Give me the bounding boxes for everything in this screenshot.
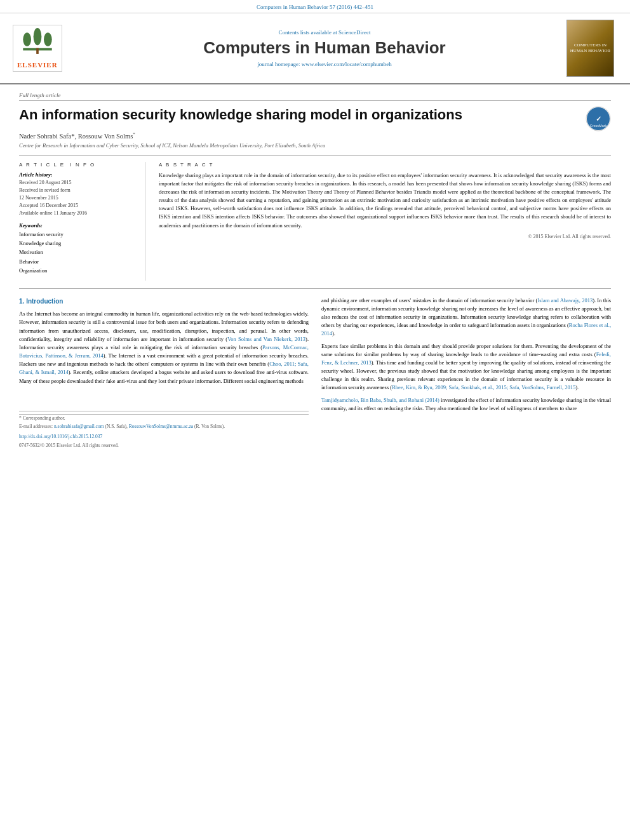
introduction-heading: 1. Introduction <box>19 297 309 307</box>
footnote-section: * Corresponding author. E-mail addresses… <box>19 414 309 450</box>
journal-citation-bar: Computers in Human Behavior 57 (2016) 44… <box>0 0 630 13</box>
issn-copyright: 0747-5632/© 2015 Elsevier Ltd. All right… <box>19 442 309 450</box>
corresponding-author: * Corresponding author. <box>19 415 309 422</box>
citation-text: Computers in Human Behavior 57 (2016) 44… <box>257 4 373 10</box>
svg-rect-4 <box>36 48 39 54</box>
intro-para-1: As the Internet has become an integral c… <box>19 310 309 385</box>
svg-point-3 <box>44 32 52 46</box>
journal-title-section: Contents lists available at ScienceDirec… <box>83 29 566 67</box>
article-history: Article history: Received 20 August 2015… <box>19 171 137 217</box>
keywords-label: Keywords: <box>19 222 137 229</box>
received-date: Received 20 August 2015 <box>19 179 137 187</box>
info-abstract-section: A R T I C L E I N F O Article history: R… <box>19 155 611 281</box>
ref-parsons[interactable]: Parsons, McCormac, Butavicius, Pattinson… <box>19 344 309 359</box>
right-para-3: Tamjidyamcholo, Bin Baba, Shuib, and Roh… <box>321 396 611 413</box>
article-title: An information security knowledge sharin… <box>19 106 462 124</box>
abstract-copyright: © 2015 Elsevier Ltd. All rights reserved… <box>159 234 611 239</box>
abstract-column: A B S T R A C T Knowledge sharing plays … <box>159 162 611 281</box>
title-row: An information security knowledge sharin… <box>19 106 611 131</box>
email-1-link[interactable]: n.sohrabisafa@gmail.com <box>54 423 104 429</box>
body-columns: 1. Introduction As the Internet has beco… <box>0 297 630 450</box>
email-line: E-mail addresses: n.sohrabisafa@gmail.co… <box>19 423 309 430</box>
ref-choo[interactable]: Choo, 2011; Safa, Ghani, & Ismail, 2014 <box>19 361 309 375</box>
elsevier-label: ELSEVIER <box>17 61 58 69</box>
ref-tamji[interactable]: Tamjidyamcholo, Bin Baba, Shuib, and Roh… <box>321 397 439 403</box>
body-left-column: 1. Introduction As the Internet has beco… <box>19 297 309 450</box>
article-info-column: A R T I C L E I N F O Article history: R… <box>19 162 146 281</box>
section-divider <box>19 288 611 289</box>
right-para-2: Experts face similar problems in this do… <box>321 342 611 392</box>
footnote-area: * Corresponding author. E-mail addresses… <box>19 411 309 450</box>
keyword-2: Knowledge sharing <box>19 240 61 246</box>
article-info-label: A R T I C L E I N F O <box>19 162 137 168</box>
abstract-text: Knowledge sharing plays an important rol… <box>159 171 611 230</box>
history-label: Article history: <box>19 171 137 178</box>
doi-link[interactable]: http://dx.doi.org/10.1016/j.chb.2015.12.… <box>19 433 309 441</box>
keyword-5: Organization <box>19 267 47 274</box>
page-wrapper: Computers in Human Behavior 57 (2016) 44… <box>0 0 630 449</box>
journal-homepage-link[interactable]: journal homepage: www.elsevier.com/locat… <box>83 61 566 67</box>
keywords-section: Keywords: Information security Knowledge… <box>19 222 137 276</box>
elsevier-tree-icon <box>18 28 57 60</box>
article-type-label: Full length article <box>19 92 611 101</box>
body-right-column: and phishing are other examples of users… <box>321 297 611 450</box>
keywords-list: Information security Knowledge sharing M… <box>19 230 137 276</box>
svg-point-1 <box>23 32 31 46</box>
ref-rhee[interactable]: Rhee, Kim, & Ryu, 2009; Safa, Sookhak, e… <box>392 384 575 390</box>
received-revised-label: Received in revised form <box>19 187 137 194</box>
journal-title: Computers in Human Behavior <box>83 38 566 58</box>
svg-text:✓: ✓ <box>596 115 601 123</box>
crossmark-icon: ✓ CrossMark <box>586 106 611 131</box>
elsevier-logo-box: ELSEVIER <box>13 25 62 72</box>
keyword-3: Motivation <box>19 249 43 255</box>
abstract-label: A B S T R A C T <box>159 162 611 168</box>
elsevier-logo-section: ELSEVIER <box>13 25 83 72</box>
affiliation: Centre for Research in Information and C… <box>19 142 611 149</box>
accepted-date: Accepted 16 December 2015 <box>19 202 137 210</box>
ref-vonsolms[interactable]: Von Solms and Van Niekerk, 2013 <box>227 336 305 342</box>
available-date: Available online 11 January 2016 <box>19 210 137 217</box>
sciencedirect-link[interactable]: Contents lists available at ScienceDirec… <box>83 29 566 36</box>
ref-rocha[interactable]: Rocha Flores et al., 2014 <box>321 322 611 337</box>
ref-islam[interactable]: Islam and Abawajy, 2013 <box>537 297 593 303</box>
keyword-4: Behavior <box>19 258 39 265</box>
cover-thumbnail: COMPUTERS IN HUMAN BEHAVIOR <box>566 20 614 77</box>
svg-point-2 <box>33 28 41 45</box>
article-content: Full length article An information secur… <box>0 84 630 281</box>
right-para-1: and phishing are other examples of users… <box>321 297 611 338</box>
ref-feledi[interactable]: Feledi, Fenz, & Lechner, 2013 <box>321 351 611 366</box>
journal-cover-image: COMPUTERS IN HUMAN BEHAVIOR <box>566 20 617 77</box>
email-2-link[interactable]: RossouwVonSolms@nmmu.ac.za <box>129 423 193 429</box>
authors: Nader Sohrabi Safa*, Rossouw Von Solms* <box>19 131 611 140</box>
keyword-1: Information security <box>19 231 64 237</box>
revised-date: 12 November 2015 <box>19 194 137 202</box>
svg-text:CrossMark: CrossMark <box>590 124 607 128</box>
journal-header: ELSEVIER Contents lists available at Sci… <box>0 13 630 84</box>
